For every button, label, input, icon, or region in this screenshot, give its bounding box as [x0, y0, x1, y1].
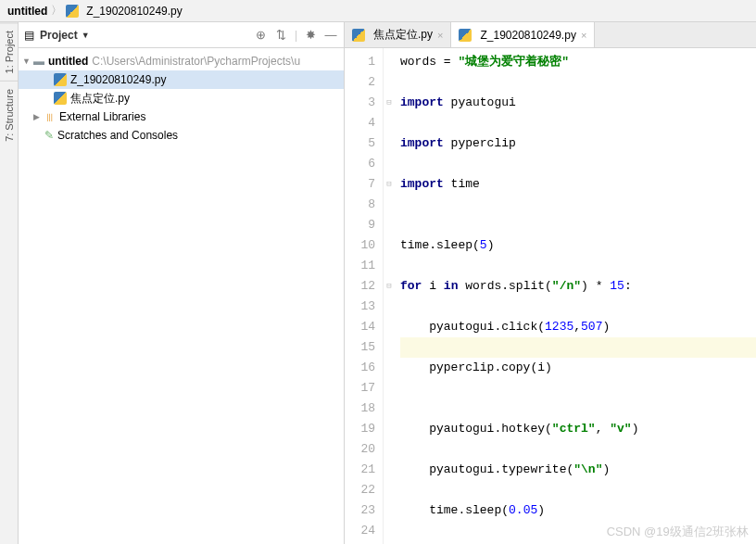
fold-column: ⊟⊟⊟: [384, 48, 395, 544]
code-line[interactable]: [400, 337, 756, 358]
chevron-down-icon: ▼: [82, 31, 90, 40]
code-line[interactable]: import time: [400, 174, 756, 195]
chevron-right-icon: ▶: [33, 112, 44, 121]
code-line[interactable]: import pyperclip: [400, 133, 756, 154]
code-line[interactable]: [400, 113, 756, 133]
gear-icon[interactable]: ✸: [303, 28, 318, 43]
line-gutter: 123456789101112131415161718192021222324: [345, 48, 384, 544]
code-line[interactable]: [400, 378, 756, 399]
breadcrumb: untitled 〉 Z_19020810249.py: [0, 0, 756, 22]
scratch-icon: ✎: [44, 129, 54, 142]
hide-icon[interactable]: —: [323, 28, 338, 43]
project-toolbar: ▤ Project ▼ ⊕ ⇅ | ✸ —: [19, 22, 344, 48]
project-view-icon: ▤: [24, 29, 34, 42]
editor-tab[interactable]: Z_19020810249.py×: [451, 22, 595, 47]
code-line[interactable]: pyautogui.click(1235,507): [400, 317, 756, 337]
breadcrumb-root[interactable]: untitled: [7, 5, 47, 18]
tree-node-external-libs[interactable]: ▶ ⫼ External Libraries: [19, 108, 344, 126]
tool-window-tabs: 1: Project 7: Structure: [0, 22, 19, 544]
code-line[interactable]: [400, 297, 756, 317]
code-line[interactable]: for i in words.split("/n") * 15:: [400, 276, 756, 297]
python-file-icon: [66, 5, 79, 18]
editor-tab[interactable]: 焦点定位.py×: [345, 22, 451, 47]
code-line[interactable]: pyautogui.hotkey("ctrl", "v"): [400, 419, 756, 439]
code-line[interactable]: [400, 195, 756, 215]
editor-area: 焦点定位.py×Z_19020810249.py× 12345678910111…: [345, 22, 756, 544]
project-tree: ▼ ▬ untitled C:\Users\Administrator\Pych…: [19, 48, 344, 148]
editor-tabs: 焦点定位.py×Z_19020810249.py×: [345, 22, 756, 48]
code-line[interactable]: words = "城堡为爱守着秘密": [400, 52, 756, 72]
breadcrumb-file[interactable]: Z_19020810249.py: [86, 5, 182, 18]
code-line[interactable]: [400, 72, 756, 93]
code-line[interactable]: [400, 215, 756, 235]
tree-node-file[interactable]: Z_19020810249.py: [19, 70, 344, 89]
code-line[interactable]: [400, 439, 756, 460]
code-line[interactable]: [400, 399, 756, 419]
chevron-down-icon: ▼: [22, 57, 33, 66]
code-line[interactable]: [400, 256, 756, 276]
watermark: CSDN @19级通信2班张林: [607, 524, 749, 540]
tool-tab-structure[interactable]: 7: Structure: [0, 81, 18, 149]
code-line[interactable]: time.sleep(0.05): [400, 500, 756, 521]
python-file-icon: [352, 29, 365, 42]
locate-icon[interactable]: ⊕: [254, 28, 269, 43]
chevron-right-icon: 〉: [51, 3, 62, 19]
code-editor[interactable]: 123456789101112131415161718192021222324 …: [345, 48, 756, 544]
python-file-icon: [459, 29, 472, 42]
tool-tab-project[interactable]: 1: Project: [0, 22, 18, 81]
library-icon: ⫼: [44, 110, 56, 123]
expand-all-icon[interactable]: ⇅: [274, 28, 289, 43]
code-content[interactable]: words = "城堡为爱守着秘密"import pyautoguiimport…: [395, 48, 756, 544]
code-line[interactable]: [400, 480, 756, 500]
tree-node-file[interactable]: 焦点定位.py: [19, 89, 344, 108]
tree-node-scratches[interactable]: ✎ Scratches and Consoles: [19, 126, 344, 145]
project-view-combo[interactable]: Project ▼: [40, 29, 90, 42]
tree-node-root[interactable]: ▼ ▬ untitled C:\Users\Administrator\Pych…: [19, 52, 344, 70]
code-line[interactable]: [400, 154, 756, 174]
python-file-icon: [54, 92, 67, 105]
close-icon[interactable]: ×: [581, 30, 586, 41]
project-panel: ▤ Project ▼ ⊕ ⇅ | ✸ — ▼ ▬ untitled C:\Us…: [19, 22, 345, 544]
close-icon[interactable]: ×: [437, 30, 443, 41]
folder-icon: ▬: [33, 55, 44, 68]
code-line[interactable]: pyperclip.copy(i): [400, 358, 756, 378]
code-line[interactable]: pyautogui.typewrite("\n"): [400, 460, 756, 480]
code-line[interactable]: import pyautogui: [400, 93, 756, 113]
python-file-icon: [54, 73, 67, 86]
code-line[interactable]: time.sleep(5): [400, 235, 756, 256]
